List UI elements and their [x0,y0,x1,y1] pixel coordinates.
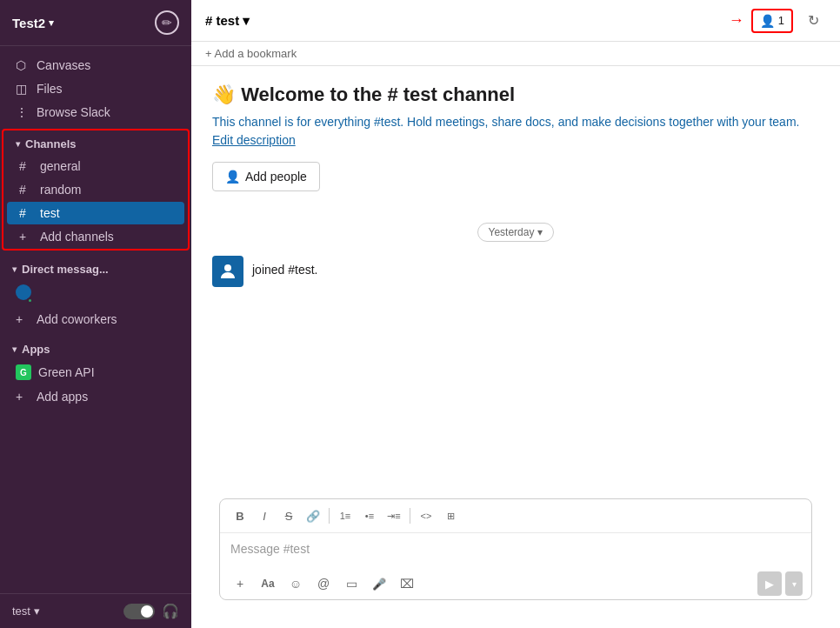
sidebar-item-general[interactable]: # general [7,155,184,177]
message-area: 👋 Welcome to the # test channel This cha… [191,66,840,498]
headphone-icon[interactable]: 🎧 [162,603,179,619]
date-label: Yesterday [489,226,535,238]
code-icon: <> [421,511,432,521]
workspace-name-label: Test2 [12,16,45,30]
dm-header[interactable]: ▾ Direct messag... [0,256,191,279]
annotation-arrow: → [729,11,744,30]
unordered-list-button[interactable]: •≡ [358,504,381,527]
edit-description-link[interactable]: Edit description [212,133,296,147]
status-toggle[interactable] [123,604,155,619]
main-content: # test ▾ → 👤 1 ↻ + Add a bookmark 👋 Welc… [191,0,840,628]
channels-header[interactable]: ▾ Channels [3,130,188,154]
code-block-button[interactable]: ⊞ [439,504,462,527]
welcome-section: 👋 Welcome to the # test channel This cha… [212,84,819,191]
unordered-list-icon: •≡ [365,511,374,521]
link-icon: 🔗 [306,510,320,523]
topbar-actions: → 👤 1 ↻ [729,8,826,34]
channel-title[interactable]: # test ▾ [205,13,250,29]
italic-label: I [263,510,266,523]
input-toolbar: B I S 🔗 1≡ •≡ ⇥≡ [220,499,811,533]
mention-icon: @ [317,577,330,591]
welcome-title: 👋 Welcome to the # test channel [212,84,819,106]
hash-icon: # [19,206,33,220]
channels-section: ▾ Channels # general # random # test + A… [2,129,190,251]
strikethrough-button[interactable]: S [277,504,300,527]
message-input-area: B I S 🔗 1≡ •≡ ⇥≡ [219,498,812,600]
joined-message-text: joined #test. [252,263,318,277]
font-button[interactable]: Aa [257,572,279,595]
hash-icon: # [19,183,33,197]
add-people-label: Add people [245,170,307,184]
topbar: # test ▾ → 👤 1 ↻ [191,0,840,42]
send-icon: ▶ [765,578,774,591]
input-bottom-left: + Aa ☺ @ ▭ 🎤 [229,572,418,595]
green-api-icon: G [16,364,31,380]
footer-icons: 🎧 [123,603,179,619]
italic-button[interactable]: I [253,504,276,527]
footer-workspace[interactable]: test ▾ [12,605,40,618]
footer-chevron-icon: ▾ [34,605,40,618]
plus-button[interactable]: + [229,572,251,595]
ordered-list-button[interactable]: 1≡ [334,504,357,527]
bold-button[interactable]: B [229,504,251,527]
members-button[interactable]: 👤 1 [751,9,793,33]
dm-arrow-icon: ▾ [12,264,17,274]
avatar [212,256,243,287]
mic-button[interactable]: 🎤 [368,572,390,595]
dm-avatar-icon [16,284,31,303]
mention-button[interactable]: @ [312,572,335,595]
plus-icon: + [16,390,30,404]
canvases-icon: ⬡ [16,58,30,72]
sidebar-item-dm-user[interactable] [3,280,188,307]
refresh-button[interactable]: ↻ [800,8,826,34]
apps-arrow-icon: ▾ [12,344,17,354]
workspace-name[interactable]: Test2 ▾ [12,16,54,30]
sidebar-item-add-coworkers[interactable]: + Add coworkers [3,308,188,331]
channels-header-label: Channels [25,137,77,150]
sidebar-item-test[interactable]: # test [7,202,184,224]
bookmark-label: + Add a bookmark [205,47,297,60]
sidebar-item-files[interactable]: ◫ Files [3,77,188,100]
bookmark-bar[interactable]: + Add a bookmark [191,42,840,66]
code-button[interactable]: <> [415,504,437,527]
files-label: Files [37,82,63,96]
indent-button[interactable]: ⇥≡ [383,504,405,527]
channel-chevron-icon: ▾ [243,13,250,29]
send-button[interactable]: ▶ [757,571,782,596]
files-icon: ◫ [16,82,30,96]
link-button[interactable]: 🔗 [302,504,324,527]
sidebar-item-canvases[interactable]: ⬡ Canvases [3,54,188,77]
add-people-button[interactable]: 👤 Add people [212,162,320,191]
send-dropdown-button[interactable]: ▾ [785,571,803,596]
font-icon: Aa [261,578,274,590]
sidebar-item-add-apps[interactable]: + Add apps [3,385,188,408]
toolbar-divider-2 [410,508,410,524]
add-channels-label: Add channels [40,230,114,244]
sidebar-header: Test2 ▾ ✏ [0,0,191,46]
indent-icon: ⇥≡ [387,511,400,522]
welcome-emoji: 👋 [212,84,236,105]
test-label: test [40,206,60,220]
welcome-title-text: Welcome to the # test channel [241,84,515,105]
date-pill[interactable]: Yesterday ▾ [477,223,555,242]
message-placeholder: Message #test [230,542,310,556]
message-input-field[interactable]: Message #test [220,533,811,568]
apps-header-label: Apps [22,343,50,356]
code-block-icon: ⊞ [447,511,455,522]
green-api-label: Green API [38,365,95,379]
emoji-icon: ☺ [290,577,302,591]
channel-name-label: # test [205,13,239,28]
compose-button[interactable]: ✏ [155,10,179,35]
input-container: B I S 🔗 1≡ •≡ ⇥≡ [191,498,840,628]
apps-header[interactable]: ▾ Apps [0,336,191,359]
sidebar-item-green-api[interactable]: G Green API [3,360,188,384]
shortcut-button[interactable]: ⌧ [396,572,418,595]
media-icon: ▭ [346,577,357,591]
sidebar-item-random[interactable]: # random [7,178,184,201]
workspace-chevron: ▾ [49,17,54,29]
general-label: general [40,159,81,173]
sidebar-item-add-channels[interactable]: + Add channels [7,225,184,248]
sidebar-item-browse-slack[interactable]: ⋮ Browse Slack [3,101,188,124]
media-button[interactable]: ▭ [340,572,363,595]
emoji-button[interactable]: ☺ [284,572,307,595]
